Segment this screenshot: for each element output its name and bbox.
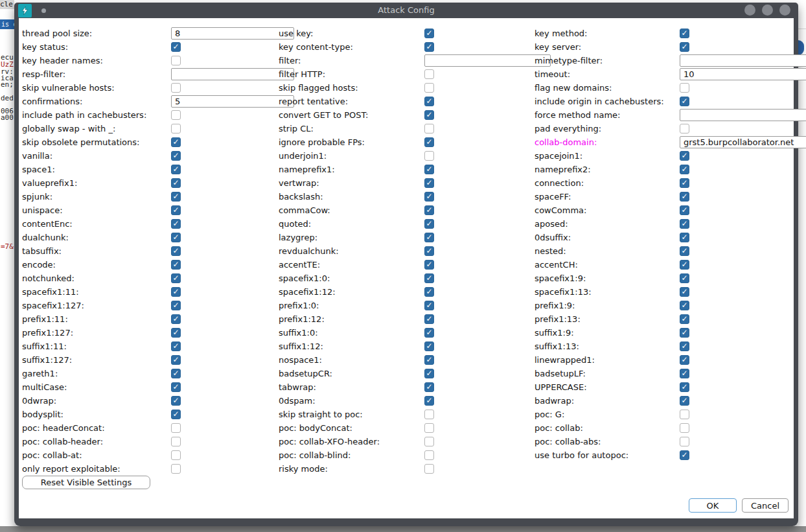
checkbox[interactable] [171,192,181,202]
checkbox[interactable] [680,355,689,365]
checkbox[interactable] [171,301,181,310]
checkbox[interactable] [171,396,181,406]
checkbox[interactable] [171,205,181,215]
close-button[interactable] [779,5,790,16]
checkbox[interactable] [171,56,181,65]
text-input[interactable] [171,27,294,40]
checkbox[interactable] [680,192,689,202]
checkbox[interactable] [171,233,181,242]
checkbox[interactable] [424,450,434,460]
checkbox[interactable] [424,110,434,120]
checkbox[interactable] [424,29,434,38]
checkbox[interactable] [424,42,434,52]
checkbox[interactable] [680,165,689,174]
checkbox[interactable] [680,219,689,229]
checkbox[interactable] [424,97,434,106]
checkbox[interactable] [680,273,689,283]
checkbox[interactable] [680,382,689,392]
text-input[interactable] [171,95,294,108]
checkbox[interactable] [424,205,434,215]
checkbox[interactable] [680,246,689,256]
checkbox[interactable] [424,83,434,93]
checkbox[interactable] [424,273,434,283]
checkbox[interactable] [680,328,689,338]
checkbox[interactable] [424,301,434,310]
checkbox[interactable] [171,110,181,120]
checkbox[interactable] [680,83,689,93]
checkbox[interactable] [171,287,181,297]
checkbox[interactable] [171,437,181,446]
checkbox[interactable] [171,450,181,460]
checkbox[interactable] [171,355,181,365]
checkbox[interactable] [424,233,434,242]
text-input[interactable] [680,136,806,148]
checkbox[interactable] [680,410,689,419]
checkbox[interactable] [171,369,181,378]
checkbox[interactable] [680,178,689,188]
checkbox[interactable] [171,83,181,93]
checkbox[interactable] [680,314,689,324]
checkbox[interactable] [680,423,689,433]
checkbox[interactable] [680,233,689,242]
checkbox[interactable] [680,29,689,38]
checkbox[interactable] [171,328,181,338]
checkbox[interactable] [424,165,434,174]
checkbox[interactable] [680,301,689,310]
checkbox[interactable] [680,42,689,52]
checkbox[interactable] [171,124,181,133]
checkbox[interactable] [424,396,434,406]
checkbox[interactable] [171,382,181,392]
checkbox[interactable] [424,314,434,324]
checkbox[interactable] [424,287,434,297]
checkbox[interactable] [171,137,181,147]
checkbox[interactable] [171,260,181,270]
checkbox[interactable] [680,205,689,215]
checkbox[interactable] [424,328,434,338]
text-input[interactable] [680,68,806,80]
checkbox[interactable] [171,165,181,174]
checkbox[interactable] [680,341,689,351]
titlebar[interactable]: Attack Config [14,3,798,18]
text-input[interactable] [680,54,806,67]
checkbox[interactable] [680,450,689,460]
reset-visible-settings-button[interactable]: Reset Visible Settings [22,476,150,489]
checkbox[interactable] [424,382,434,392]
ok-button[interactable]: OK [689,498,737,513]
text-input[interactable] [680,109,806,121]
checkbox[interactable] [171,410,181,419]
checkbox[interactable] [424,124,434,133]
checkbox[interactable] [680,97,689,106]
checkbox[interactable] [171,273,181,283]
checkbox[interactable] [424,246,434,256]
text-input[interactable] [424,54,551,67]
checkbox[interactable] [680,260,689,270]
checkbox[interactable] [680,369,689,378]
checkbox[interactable] [171,219,181,229]
checkbox[interactable] [171,464,181,474]
checkbox[interactable] [424,69,434,79]
checkbox[interactable] [424,369,434,378]
checkbox[interactable] [424,341,434,351]
checkbox[interactable] [171,314,181,324]
cancel-button[interactable]: Cancel [742,498,789,513]
checkbox[interactable] [424,260,434,270]
maximize-button[interactable] [762,5,773,16]
checkbox[interactable] [171,178,181,188]
checkbox[interactable] [424,151,434,161]
checkbox[interactable] [680,124,689,133]
checkbox[interactable] [680,287,689,297]
checkbox[interactable] [424,192,434,202]
checkbox[interactable] [680,396,689,406]
checkbox[interactable] [424,410,434,419]
checkbox[interactable] [171,151,181,161]
checkbox[interactable] [680,151,689,161]
checkbox[interactable] [424,355,434,365]
text-input[interactable] [171,68,294,80]
checkbox[interactable] [171,423,181,433]
minimize-button[interactable] [744,5,755,16]
checkbox[interactable] [424,178,434,188]
checkbox[interactable] [424,437,434,446]
checkbox[interactable] [424,464,434,474]
checkbox[interactable] [171,341,181,351]
checkbox[interactable] [424,423,434,433]
